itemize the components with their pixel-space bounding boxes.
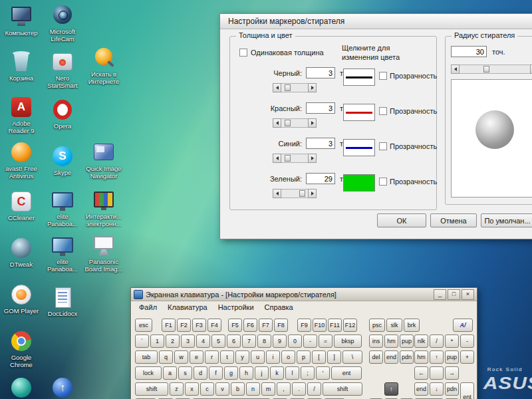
- slider-decrease-button[interactable]: [273, 118, 281, 128]
- key-F5[interactable]: F5: [228, 319, 242, 332]
- key-numpad-2[interactable]: ↓: [430, 382, 444, 396]
- desktop-icon-dtweak[interactable]: DTweak: [2, 237, 41, 268]
- transparency-checkbox-red[interactable]: [379, 107, 387, 115]
- key-z[interactable]: z: [170, 382, 184, 396]
- desktop-icon-uparrow[interactable]: [43, 376, 82, 399]
- key-i[interactable]: i: [266, 350, 280, 364]
- key-slash[interactable]: /: [307, 382, 321, 396]
- marker-color-swatch-red[interactable]: [343, 104, 375, 121]
- key-0[interactable]: 0: [288, 334, 302, 348]
- key-comma[interactable]: ,: [277, 382, 291, 396]
- slider-increase-button[interactable]: [308, 154, 317, 163]
- key-hm[interactable]: hm: [384, 334, 398, 348]
- key-F11[interactable]: F11: [328, 319, 342, 332]
- slider-thumb[interactable]: [299, 190, 305, 197]
- radius-decrease-button[interactable]: [451, 65, 460, 74]
- key-q[interactable]: q: [159, 350, 173, 364]
- key-lang[interactable]: А/: [453, 319, 473, 332]
- desktop-icon-ccleaner[interactable]: CCleaner: [2, 190, 41, 221]
- key-f[interactable]: f: [209, 366, 223, 380]
- key-end[interactable]: end: [384, 350, 398, 364]
- key-numpad-add[interactable]: +: [460, 350, 474, 364]
- marker-color-swatch-blue[interactable]: [343, 139, 375, 156]
- key-shift-left[interactable]: shift: [135, 382, 168, 396]
- key-bracket-right[interactable]: ]: [327, 350, 341, 364]
- key-numpad-enter[interactable]: ent: [460, 382, 474, 399]
- desktop-icon-opera[interactable]: Opera: [43, 98, 82, 130]
- key-nlk[interactable]: nlk: [414, 334, 428, 348]
- desktop-icon-recycle[interactable]: Корзина: [2, 51, 41, 82]
- key-F8[interactable]: F8: [274, 319, 288, 332]
- menu-help[interactable]: Справка: [259, 302, 299, 313]
- key-t[interactable]: t: [220, 350, 234, 364]
- radius-input[interactable]: [451, 46, 487, 57]
- slider-track[interactable]: [281, 83, 308, 92]
- key-lock[interactable]: lock: [135, 366, 162, 380]
- transparency-checkbox-black[interactable]: [379, 72, 387, 80]
- key-numpad-9[interactable]: pup: [445, 350, 459, 364]
- marker-thickness-slider-green[interactable]: [273, 189, 317, 198]
- desktop-icon-gom[interactable]: GOM Player: [2, 283, 41, 315]
- key-F9[interactable]: F9: [297, 319, 311, 332]
- slider-track[interactable]: [281, 154, 308, 163]
- key-numpad-5[interactable]: [430, 366, 444, 380]
- slider-decrease-button[interactable]: [273, 154, 281, 163]
- slider-track[interactable]: [281, 189, 308, 198]
- key-n[interactable]: n: [246, 382, 260, 396]
- key-F12[interactable]: F12: [343, 319, 357, 332]
- desktop-icon-media[interactable]: [2, 376, 41, 399]
- key-2[interactable]: 2: [166, 334, 180, 348]
- menu-file[interactable]: Файл: [134, 302, 162, 313]
- key-r[interactable]: r: [205, 350, 219, 364]
- menu-settings[interactable]: Настройки: [213, 302, 259, 313]
- key-numpad-divide[interactable]: /: [430, 334, 444, 348]
- key-numpad-6[interactable]: →: [445, 366, 459, 380]
- desktop-icon-adobe[interactable]: Adobe Reader 9: [2, 96, 41, 134]
- slider-decrease-button[interactable]: [273, 189, 281, 198]
- desktop-icon-panaboard2[interactable]: elite Panaboa...: [43, 234, 82, 273]
- desktop-icon-avast[interactable]: avast! Free Antivirus: [2, 141, 41, 180]
- key-3[interactable]: 3: [181, 334, 195, 348]
- key-k[interactable]: k: [270, 366, 284, 380]
- slider-thumb[interactable]: [285, 120, 291, 126]
- desktop-icon-search-internet[interactable]: Искать в Интернете: [84, 47, 123, 85]
- key-numpad-8[interactable]: ↑: [430, 350, 444, 364]
- desktop-icon-nero[interactable]: Nero StartSmart: [43, 51, 82, 89]
- key-s[interactable]: s: [178, 366, 192, 380]
- key-ent[interactable]: ent: [331, 366, 362, 380]
- marker-thickness-slider-red[interactable]: [273, 118, 317, 128]
- key-6[interactable]: 6: [227, 334, 241, 348]
- key-F7[interactable]: F7: [259, 319, 273, 332]
- transparency-checkbox-green[interactable]: [379, 178, 387, 186]
- key-h[interactable]: h: [239, 366, 253, 380]
- key-g[interactable]: g: [224, 366, 238, 380]
- slider-track[interactable]: [281, 118, 308, 128]
- default-button[interactable]: По умолчан...: [481, 213, 532, 227]
- key-bracket-left[interactable]: [: [312, 350, 326, 364]
- marker-thickness-slider-black[interactable]: [273, 83, 317, 92]
- key-F1[interactable]: F1: [162, 319, 176, 332]
- key-p[interactable]: p: [297, 350, 311, 364]
- marker-thickness-input-black[interactable]: [306, 67, 335, 78]
- key-v[interactable]: v: [215, 382, 229, 396]
- slider-decrease-button[interactable]: [273, 83, 281, 92]
- key-numpad-1[interactable]: end: [414, 382, 428, 396]
- desktop-icon-skype[interactable]: Skype: [43, 145, 82, 176]
- minimize-button[interactable]: _: [434, 289, 446, 300]
- key-j[interactable]: j: [255, 366, 269, 380]
- slider-thumb[interactable]: [285, 155, 291, 162]
- desktop-icon-computer[interactable]: Компьютер: [2, 5, 41, 37]
- key-w[interactable]: w: [174, 350, 188, 364]
- dialog-titlebar[interactable]: Настройки маркеров/стирателя: [220, 14, 532, 29]
- key-e[interactable]: e: [190, 350, 203, 364]
- key-del[interactable]: del: [369, 350, 383, 364]
- key-numpad-3[interactable]: pdn: [445, 382, 459, 396]
- marker-thickness-input-blue[interactable]: [306, 138, 335, 149]
- key-numpad-multiply[interactable]: *: [445, 334, 459, 348]
- desktop-icon-chrome[interactable]: Google Chrome: [2, 330, 41, 368]
- key-shift-right[interactable]: shift: [323, 382, 362, 396]
- desktop-icon-quickimage[interactable]: Quick Image Navigator: [84, 141, 123, 180]
- key-pdn[interactable]: pdn: [400, 350, 414, 364]
- key-pup[interactable]: pup: [400, 334, 414, 348]
- key-apostrophe[interactable]: ': [316, 366, 330, 380]
